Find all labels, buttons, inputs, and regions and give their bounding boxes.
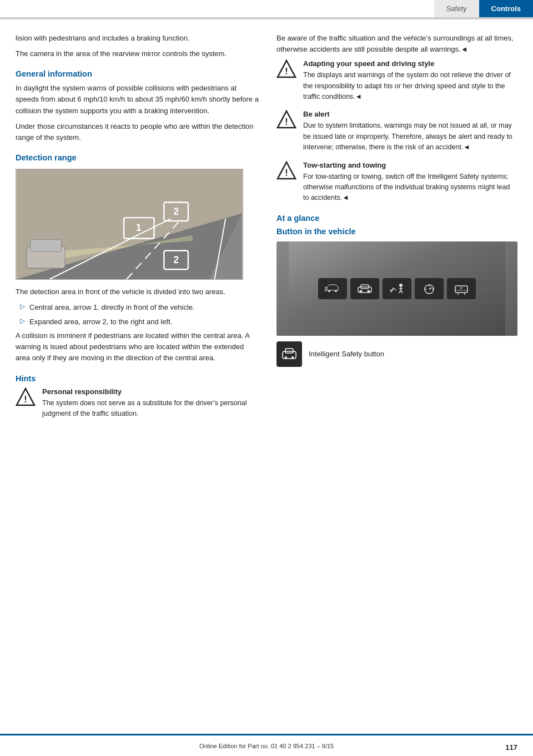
hint-box: ! Personal responsibility The system doe… bbox=[16, 387, 260, 420]
tab-safety[interactable]: Safety bbox=[434, 0, 479, 17]
page-header: Safety Controls bbox=[0, 0, 533, 18]
section-at-glance-heading: At a glance bbox=[276, 214, 517, 223]
button-row: P bbox=[318, 278, 476, 299]
general-p2: Under those circumstances it reacts to p… bbox=[16, 121, 260, 143]
warning-box-3: ! Tow-starting and towing For tow-starti… bbox=[276, 161, 517, 204]
svg-line-44 bbox=[429, 288, 431, 289]
warning-content-3: Tow-starting and towing For tow-starting… bbox=[303, 161, 517, 204]
svg-rect-48 bbox=[283, 351, 296, 359]
tab-safety-label: Safety bbox=[446, 4, 467, 13]
is-icon-box bbox=[276, 341, 302, 367]
warning-box-2: ! Be alert Due to system limitations, wa… bbox=[276, 110, 517, 153]
hint-content: Personal responsibility The system does … bbox=[42, 387, 260, 420]
svg-point-34 bbox=[368, 290, 370, 293]
section-button-heading: Button in the vehicle bbox=[276, 227, 517, 236]
header-tabs: Safety Controls bbox=[434, 0, 533, 17]
hint-warning-icon: ! bbox=[16, 387, 36, 407]
svg-line-38 bbox=[399, 290, 401, 293]
is-label: Intelligent Safety button bbox=[309, 350, 384, 358]
vehicle-button-image: P bbox=[276, 241, 517, 336]
svg-rect-26 bbox=[328, 290, 330, 292]
section-hints-heading: Hints bbox=[16, 374, 260, 383]
bullet-arrow-2: ▷ bbox=[20, 317, 25, 327]
warning-box-1: ! Adapting your speed and driving style … bbox=[276, 59, 517, 102]
warning-content-2: Be alert Due to system limitations, warn… bbox=[303, 110, 517, 153]
car-button-1 bbox=[318, 278, 347, 299]
svg-text:1: 1 bbox=[136, 222, 142, 233]
svg-text:!: ! bbox=[285, 67, 288, 76]
svg-text:!: ! bbox=[285, 168, 288, 178]
bullet-arrow-1: ▷ bbox=[20, 303, 25, 313]
detection-p2: A collision is imminent if pedestrians a… bbox=[16, 330, 260, 364]
warning-icon-3: ! bbox=[276, 161, 296, 181]
car-button-4 bbox=[415, 278, 444, 299]
detection-diagram: 1 2 2 bbox=[16, 169, 243, 280]
warning-content-1: Adapting your speed and driving style Th… bbox=[303, 59, 517, 102]
svg-text:2: 2 bbox=[173, 254, 179, 265]
section-general-heading: General information bbox=[16, 69, 260, 78]
car-button-5: P bbox=[447, 278, 476, 299]
bullet-text-1: Central area, arrow 1, directly in front… bbox=[29, 302, 195, 313]
tab-controls-label: Controls bbox=[491, 4, 521, 13]
content-wrapper: lision with pedestrians and includes a b… bbox=[0, 19, 533, 460]
page-number: 117 bbox=[505, 743, 517, 752]
svg-point-50 bbox=[285, 356, 287, 359]
svg-rect-7 bbox=[31, 240, 61, 252]
section-detection-heading: Detection range bbox=[16, 153, 260, 162]
hint-text: The system does not serve as a substi­tu… bbox=[42, 398, 260, 420]
warning-title-2: Be alert bbox=[303, 110, 517, 118]
warning-icon-1: ! bbox=[276, 59, 296, 79]
svg-text:!: ! bbox=[24, 395, 27, 404]
tab-controls[interactable]: Controls bbox=[479, 0, 533, 17]
warning-text-2: Due to system limitations, warnings may … bbox=[303, 120, 517, 153]
bullet-1: ▷ Central area, arrow 1, directly in fro… bbox=[16, 302, 260, 313]
svg-rect-27 bbox=[335, 290, 337, 292]
warning-text-3: For tow-starting or towing, switch off t… bbox=[303, 172, 517, 204]
bullet-2: ▷ Expanded area, arrow 2, to the right a… bbox=[16, 316, 260, 327]
svg-text:P: P bbox=[460, 286, 463, 290]
footer-text: Online Edition for Part no. 01 40 2 954 … bbox=[199, 743, 334, 749]
svg-text:2: 2 bbox=[173, 206, 179, 217]
svg-point-33 bbox=[360, 290, 363, 293]
car-button-3 bbox=[383, 278, 411, 299]
general-p1: In daylight the system warns of possible… bbox=[16, 83, 260, 116]
svg-line-39 bbox=[401, 290, 403, 293]
car-button-2 bbox=[350, 278, 379, 299]
warning-title-3: Tow-starting and towing bbox=[303, 161, 517, 169]
left-column: lision with pedestrians and includes a b… bbox=[16, 33, 260, 427]
warning-title-1: Adapting your speed and driving style bbox=[303, 59, 517, 68]
svg-point-35 bbox=[399, 284, 403, 287]
right-column: Be aware of the traffic situation and th… bbox=[276, 33, 517, 427]
hint-title: Personal responsibility bbox=[42, 387, 260, 396]
svg-text:!: ! bbox=[285, 117, 288, 127]
svg-point-51 bbox=[291, 356, 294, 359]
warning-icon-2: ! bbox=[276, 110, 296, 130]
intelligent-safety-row: Intelligent Safety button bbox=[276, 341, 517, 367]
intro-p1: lision with pedestrians and includes a b… bbox=[16, 33, 260, 44]
right-intro: Be aware of the traffic situation and th… bbox=[276, 33, 517, 55]
svg-rect-49 bbox=[285, 349, 293, 353]
page-footer: Online Edition for Part no. 01 40 2 954 … bbox=[0, 734, 533, 756]
warning-text-1: The displays and warnings of the system … bbox=[303, 70, 517, 102]
bullet-text-2: Expanded area, arrow 2, to the right and… bbox=[29, 316, 172, 327]
intro-p2: The camera in the area of the rearview m… bbox=[16, 48, 260, 59]
detection-p1: The detection area in front of the vehic… bbox=[16, 286, 260, 298]
